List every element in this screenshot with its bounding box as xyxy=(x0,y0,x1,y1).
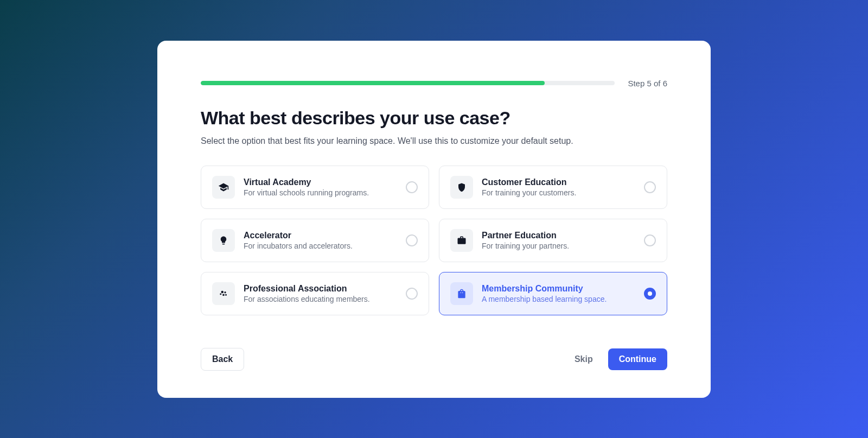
briefcase-icon xyxy=(450,229,473,252)
svg-point-2 xyxy=(220,293,221,295)
svg-point-4 xyxy=(225,294,227,295)
option-partner-education[interactable]: Partner Education For training your part… xyxy=(439,219,667,262)
shield-icon xyxy=(450,176,473,199)
option-desc: For training your customers. xyxy=(482,188,635,197)
option-text: Membership Community A membership based … xyxy=(482,284,635,303)
option-text: Professional Association For association… xyxy=(244,284,397,303)
page-title: What best describes your use case? xyxy=(201,107,667,129)
option-title: Accelerator xyxy=(244,231,397,240)
options-grid: Virtual Academy For virtual schools runn… xyxy=(201,166,667,315)
option-title: Professional Association xyxy=(244,284,397,294)
svg-point-0 xyxy=(221,290,224,293)
continue-button[interactable]: Continue xyxy=(608,348,667,370)
option-text: Virtual Academy For virtual schools runn… xyxy=(244,177,397,197)
progress-track xyxy=(201,81,615,85)
option-text: Accelerator For incubators and accelerat… xyxy=(244,231,397,250)
option-desc: For training your partners. xyxy=(482,242,635,250)
progress-row: Step 5 of 6 xyxy=(201,79,667,88)
option-desc: For incubators and accelerators. xyxy=(244,242,397,250)
page-subtitle: Select the option that best fits your le… xyxy=(201,136,667,146)
svg-point-3 xyxy=(222,294,225,296)
graduation-cap-icon xyxy=(212,176,235,199)
radio-indicator xyxy=(644,288,656,300)
onboarding-modal: Step 5 of 6 What best describes your use… xyxy=(157,41,711,398)
option-professional-association[interactable]: Professional Association For association… xyxy=(201,272,429,315)
option-desc: For associations educating members. xyxy=(244,295,397,303)
svg-point-1 xyxy=(224,291,226,293)
option-desc: A membership based learning space. xyxy=(482,295,635,303)
option-text: Partner Education For training your part… xyxy=(482,231,635,250)
shopping-bag-icon xyxy=(450,282,473,305)
option-accelerator[interactable]: Accelerator For incubators and accelerat… xyxy=(201,219,429,262)
back-button[interactable]: Back xyxy=(201,348,244,371)
option-title: Virtual Academy xyxy=(244,177,397,187)
option-customer-education[interactable]: Customer Education For training your cus… xyxy=(439,166,667,209)
skip-button[interactable]: Skip xyxy=(575,354,593,364)
radio-indicator xyxy=(406,288,418,300)
people-icon xyxy=(212,282,235,305)
option-membership-community[interactable]: Membership Community A membership based … xyxy=(439,272,667,315)
progress-fill xyxy=(201,81,545,85)
radio-indicator xyxy=(406,234,418,246)
option-title: Customer Education xyxy=(482,177,635,187)
step-label: Step 5 of 6 xyxy=(628,79,667,88)
option-virtual-academy[interactable]: Virtual Academy For virtual schools runn… xyxy=(201,166,429,209)
lightbulb-icon xyxy=(212,229,235,252)
footer: Back Skip Continue xyxy=(201,348,667,371)
option-text: Customer Education For training your cus… xyxy=(482,177,635,197)
footer-right: Skip Continue xyxy=(575,348,667,370)
option-title: Membership Community xyxy=(482,284,635,294)
option-title: Partner Education xyxy=(482,231,635,240)
radio-indicator xyxy=(644,181,656,193)
option-desc: For virtual schools running programs. xyxy=(244,188,397,197)
radio-indicator xyxy=(644,234,656,246)
radio-indicator xyxy=(406,181,418,193)
